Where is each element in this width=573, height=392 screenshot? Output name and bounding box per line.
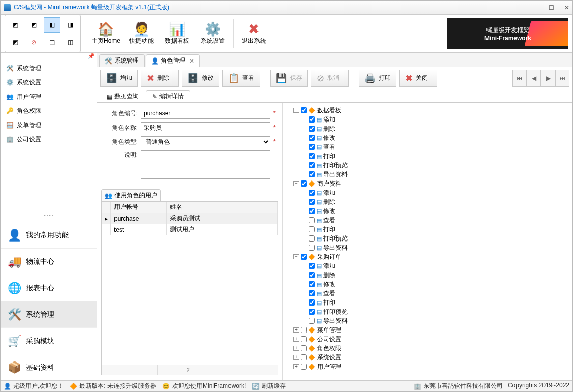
database-add-icon: 🗄️ [106, 73, 117, 84]
perm-checkbox[interactable] [309, 217, 315, 223]
perm-checkbox[interactable] [309, 135, 315, 141]
module-0[interactable]: 👤我的常用功能 [1, 222, 97, 248]
tree-toggle[interactable]: + [293, 346, 299, 351]
group-checkbox[interactable] [301, 180, 307, 187]
perm-checkbox[interactable] [309, 116, 315, 123]
nav-first[interactable]: ⏮ [512, 70, 527, 87]
group-checkbox[interactable] [301, 254, 307, 260]
pin-icon[interactable]: 📌 [1, 53, 97, 61]
module-1[interactable]: 🚚物流中心 [1, 248, 97, 275]
perm-checkbox[interactable] [309, 281, 315, 287]
refresh-icon[interactable]: 🔄 [252, 383, 260, 390]
perm-checkbox[interactable] [309, 153, 315, 159]
table-row[interactable]: test测试用户 [102, 224, 278, 235]
database-edit-icon: 🗄️ [187, 73, 198, 84]
perm-checkbox[interactable] [309, 208, 315, 214]
delete-button[interactable]: ✖删除 [141, 70, 179, 87]
quick-btn-6[interactable]: ⊘ [25, 35, 42, 50]
subtab-dataquery[interactable]: ▦数据查询 [100, 90, 146, 102]
rolename-input[interactable] [141, 122, 270, 133]
module-3[interactable]: 🛠️系统管理 [1, 301, 97, 327]
quick-btn-4[interactable]: ◨ [62, 17, 78, 33]
sidebar-item-2[interactable]: 👥用户管理 [1, 89, 97, 104]
ribbon-exit[interactable]: ✖退出系统 [238, 17, 270, 50]
quick-btn-8[interactable]: ◫ [62, 35, 78, 50]
doctab-0[interactable]: 🛠️系统管理 [99, 54, 145, 67]
perm-checkbox[interactable] [309, 162, 315, 168]
add-button[interactable]: 🗄️增加 [100, 70, 138, 87]
group-checkbox[interactable] [301, 336, 307, 342]
close-window-button[interactable]: ✕ [564, 4, 569, 11]
perm-checkbox[interactable] [309, 318, 315, 324]
perm-checkbox[interactable] [309, 309, 315, 315]
tree-toggle[interactable]: + [293, 327, 299, 333]
tree-toggle[interactable]: + [293, 355, 299, 360]
nav-prev[interactable]: ◀ [527, 70, 541, 87]
quick-btn-2[interactable]: ◩ [25, 17, 42, 33]
tab-close-icon[interactable]: ✕ [189, 57, 194, 65]
ribbon-dashboard[interactable]: 📊数据看板 [161, 17, 193, 50]
perm-checkbox[interactable] [309, 199, 315, 205]
desc-textarea[interactable] [141, 150, 270, 179]
tree-toggle[interactable]: − [293, 108, 299, 113]
quick-btn-7[interactable]: ◫ [44, 35, 60, 50]
sidebar-item-4[interactable]: 🪟菜单管理 [1, 118, 97, 132]
tree-toggle[interactable]: + [293, 364, 299, 369]
view-button[interactable]: 📋查看 [222, 70, 260, 87]
perm-checkbox[interactable] [309, 299, 315, 306]
minimize-button[interactable]: ─ [534, 4, 538, 11]
perm-checkbox[interactable] [309, 226, 315, 232]
nav-label: 角色权限 [17, 107, 41, 115]
perm-checkbox[interactable] [309, 272, 315, 278]
print-button[interactable]: 🖨️打印 [359, 70, 396, 87]
subtab-editdetail[interactable]: ✎编辑详情 [146, 90, 190, 102]
group-checkbox[interactable] [301, 345, 307, 351]
quick-btn-1[interactable]: ◩ [7, 17, 23, 33]
sidebar-item-5[interactable]: 🏢公司设置 [1, 132, 97, 146]
ribbon-quick[interactable]: 🧑‍💼快捷功能 [125, 17, 158, 50]
sidebar-item-3[interactable]: 🔑角色权限 [1, 104, 97, 118]
nav-next[interactable]: ▶ [541, 70, 555, 87]
edit-button[interactable]: 🗄️修改 [182, 70, 219, 87]
ribbon-settings[interactable]: ⚙️系统设置 [196, 17, 229, 50]
module-2[interactable]: 🌐报表中心 [1, 275, 97, 301]
sidebar-item-1[interactable]: ⚙️系统设置 [1, 75, 97, 89]
table-row[interactable]: ▸purchase采购员测试 [102, 213, 278, 224]
perm-checkbox[interactable] [309, 144, 315, 150]
group-checkbox[interactable] [301, 354, 307, 360]
ribbon-home[interactable]: 🏠主页Home [90, 17, 122, 50]
group-checkbox[interactable] [301, 364, 307, 370]
perm-checkbox[interactable] [309, 245, 315, 251]
toolbar: 🗄️增加 ✖删除 🗄️修改 📋查看 💾保存 ⊘取消 🖨️打印 ✖关闭 ⏮ ◀ ▶… [97, 67, 572, 89]
tree-toggle[interactable]: − [293, 181, 299, 186]
module-4[interactable]: 🛒采购模块 [1, 327, 97, 354]
perm-checkbox[interactable] [309, 290, 315, 296]
tree-toggle[interactable]: + [293, 337, 299, 342]
roletype-select[interactable]: 普通角色 [141, 136, 270, 147]
quick-btn-3[interactable]: ◧ [44, 17, 60, 33]
col-account[interactable]: 用户帐号 [111, 202, 167, 213]
group-checkbox[interactable] [301, 327, 307, 333]
nav-last[interactable]: ⏭ [555, 70, 569, 87]
status-refresh[interactable]: 刷新缓存 [262, 382, 286, 390]
tree-toggle[interactable]: − [293, 254, 299, 259]
total-count: 2 [158, 365, 193, 375]
perm-checkbox[interactable] [309, 235, 315, 242]
permission-tree[interactable]: −🔶数据看板▤添加▤删除▤修改▤查看▤打印▤打印预览▤导出资料−🔶商户资料▤添加… [283, 103, 572, 380]
perm-checkbox[interactable] [309, 171, 315, 177]
cancel-button[interactable]: ⊘取消 [311, 70, 349, 87]
perm-checkbox[interactable] [309, 263, 315, 269]
close-button[interactable]: ✖关闭 [399, 70, 437, 87]
group-checkbox[interactable] [301, 107, 307, 113]
sidebar-item-0[interactable]: 🛠️系统管理 [1, 61, 97, 75]
roletype-label: 角色类型: [101, 138, 138, 146]
col-name[interactable]: 姓名 [167, 202, 278, 213]
perm-checkbox[interactable] [309, 126, 315, 132]
quick-btn-5[interactable]: ◩ [7, 35, 23, 50]
perm-checkbox[interactable] [309, 190, 315, 196]
rolecode-input[interactable] [141, 108, 270, 119]
save-button[interactable]: 💾保存 [270, 70, 308, 87]
module-5[interactable]: 📦基础资料 [1, 354, 97, 380]
doctab-1[interactable]: 👤角色管理✕ [146, 54, 200, 67]
maximize-button[interactable]: ☐ [549, 4, 554, 11]
